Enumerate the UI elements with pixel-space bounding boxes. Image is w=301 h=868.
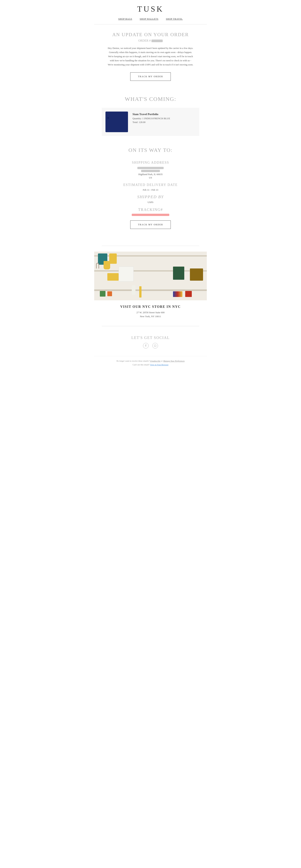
tracking-label: TRACKING# bbox=[102, 208, 199, 212]
nav-shop-wallets[interactable]: SHOP WALLETS bbox=[140, 18, 158, 21]
yellow-clutch-item bbox=[107, 273, 118, 281]
email-footer: No longer want to receive these emails? … bbox=[94, 356, 207, 371]
order-number: ORDER # bbox=[102, 39, 199, 42]
address-city: Highland Park, IL 60035 bbox=[102, 173, 199, 176]
shelf-bottom bbox=[94, 289, 207, 291]
whats-coming-section: WHAT'S COMING: Siam Travel Portfolio Qua… bbox=[94, 92, 207, 144]
est-delivery-label: ESTIMATED DELIVERY DATE bbox=[102, 183, 199, 187]
instagram-symbol: □ bbox=[154, 344, 156, 347]
store-address-line1: 27 W. 20TH Street Suite 600 bbox=[102, 311, 199, 315]
store-image bbox=[94, 252, 207, 300]
tracking-section: TRACKING# bbox=[102, 208, 199, 216]
store-address-line2: New York, NY 10011 bbox=[102, 315, 199, 318]
address-line1-redacted bbox=[137, 167, 164, 169]
red-box-item bbox=[185, 291, 192, 297]
on-its-way-section: ON ITS WAY TO: bbox=[94, 144, 207, 161]
unsubscribe-link[interactable]: Unsubscribe bbox=[150, 360, 160, 362]
order-number-redacted bbox=[152, 39, 163, 42]
multicolor-item bbox=[173, 291, 183, 297]
estimated-delivery: ESTIMATED DELIVERY DATE Feb 11 - Feb 13 bbox=[102, 183, 199, 191]
cant-see-text: Can't see this email? bbox=[133, 364, 149, 366]
unsubscribe-text: No longer want to receive these emails? bbox=[116, 360, 149, 362]
vase-item bbox=[132, 285, 136, 295]
store-scene bbox=[94, 252, 207, 300]
brand-logo: TUSK bbox=[98, 4, 203, 13]
footer-or: or bbox=[161, 360, 163, 362]
shipping-block: SHIPPING ADDRESS Highland Park, IL 60035… bbox=[94, 161, 207, 240]
footer-unsubscribe-line: No longer want to receive these emails? … bbox=[102, 359, 199, 363]
order-update-section: AN UPDATE ON YOUR ORDER ORDER # Hey Deni… bbox=[94, 24, 207, 92]
nav-shop-travel[interactable]: SHOP TRAVEL bbox=[166, 18, 183, 21]
yellow-bag-item bbox=[109, 253, 117, 264]
yellow-accent-item bbox=[139, 286, 141, 298]
nav-shop-bags[interactable]: SHOP BAGS bbox=[118, 18, 132, 21]
shipping-address-label: SHIPPING ADDRESS bbox=[102, 161, 199, 164]
instagram-icon[interactable]: □ bbox=[153, 343, 158, 348]
facebook-symbol: f bbox=[145, 344, 146, 347]
update-body-text: Hey Denise, we noticed your shipment has… bbox=[107, 46, 194, 67]
carrier-name: USPS bbox=[102, 201, 199, 204]
view-in-browser-link[interactable]: View in Your Browser bbox=[150, 364, 168, 366]
email-header: TUSK SHOP BAGS SHOP WALLETS SHOP TRAVEL bbox=[94, 0, 207, 24]
update-heading: AN UPDATE ON YOUR ORDER bbox=[102, 32, 199, 37]
shipped-by-label: SHIPPED BY bbox=[102, 194, 199, 199]
facebook-icon[interactable]: f bbox=[143, 343, 148, 348]
manage-preferences-link[interactable]: Manage Your Preferences bbox=[163, 360, 185, 362]
on-its-way-heading: ON ITS WAY TO: bbox=[102, 147, 199, 153]
store-section: VISIT OUR NYC STORE IN NYC 27 W. 20TH St… bbox=[94, 300, 207, 320]
product-quantity: Quantity: 1 INDIGO/FRENCH BLUE bbox=[133, 117, 170, 120]
social-heading: LET'S GET SOCIAL bbox=[102, 336, 199, 340]
tracking-number-redacted bbox=[132, 214, 169, 216]
green-box-item bbox=[173, 267, 184, 280]
product-image bbox=[106, 112, 128, 132]
brown-bag-item bbox=[190, 269, 203, 281]
footer-view-browser-line: Can't see this email? View in Your Brows… bbox=[102, 363, 199, 367]
hook-item bbox=[96, 263, 99, 269]
address-country: US bbox=[102, 176, 199, 179]
social-icons: f □ bbox=[102, 343, 199, 348]
shipped-by: SHIPPED BY USPS bbox=[102, 194, 199, 204]
track-order-button-2[interactable]: TRACK MY ORDER bbox=[130, 220, 171, 229]
address-line2-redacted bbox=[141, 170, 160, 172]
whats-coming-heading: WHAT'S COMING: bbox=[102, 96, 199, 102]
product-name: Siam Travel Portfolio bbox=[133, 113, 170, 116]
store-heading: VISIT OUR NYC STORE IN NYC bbox=[102, 305, 199, 309]
track-order-button-1[interactable]: TRACK MY ORDER bbox=[130, 72, 171, 81]
orange-small-item bbox=[107, 291, 112, 296]
white-tote-item bbox=[118, 267, 134, 282]
product-total: Total: 128.00 bbox=[133, 121, 170, 124]
product-info: Siam Travel Portfolio Quantity: 1 INDIGO… bbox=[133, 112, 170, 124]
est-delivery-date: Feb 11 - Feb 13 bbox=[102, 188, 199, 191]
divider-1 bbox=[102, 246, 199, 246]
main-nav: SHOP BAGS SHOP WALLETS SHOP TRAVEL bbox=[98, 16, 203, 22]
green-small-item bbox=[100, 291, 106, 297]
product-row: Siam Travel Portfolio Quantity: 1 INDIGO… bbox=[102, 108, 199, 136]
social-section: LET'S GET SOCIAL f □ bbox=[94, 332, 207, 356]
